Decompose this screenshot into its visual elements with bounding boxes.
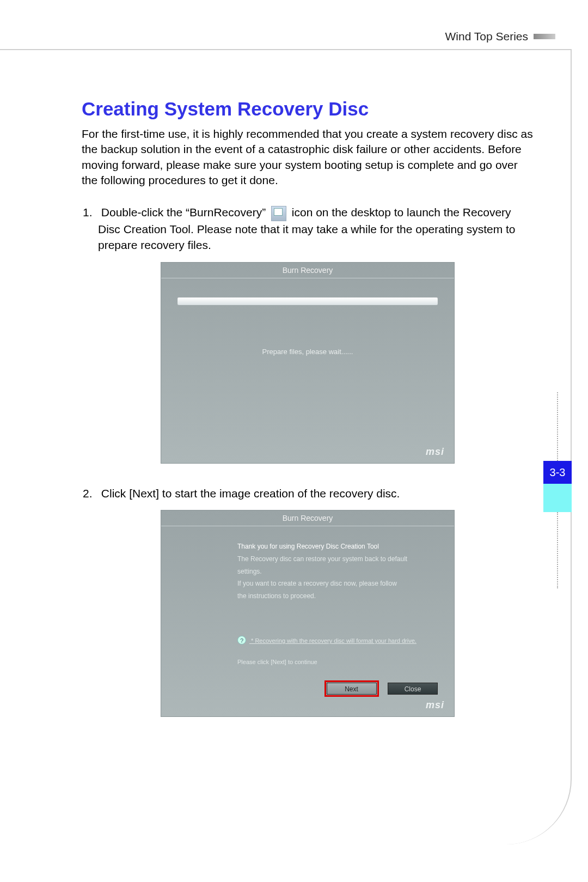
screenshot-2-body: Thank you for using Recovery Disc Creati…	[161, 530, 454, 668]
screenshot-2-line2: The Recovery disc can restore your syste…	[237, 553, 432, 578]
screenshot-2-line1: Thank you for using Recovery Disc Creati…	[237, 540, 432, 553]
screenshot-2-warning-text: * Recovering with the recovery disc will…	[251, 637, 416, 644]
intro-paragraph: For the first-time use, it is highly rec…	[82, 126, 534, 188]
step-1-text-pre: Double-click the “BurnRecovery”	[101, 206, 269, 218]
header-accent-bar	[534, 34, 555, 39]
page-title: Creating System Recovery Disc	[82, 98, 534, 120]
margin-dotted-line-bottom	[557, 512, 558, 588]
margin-dotted-line-top	[557, 392, 558, 461]
screenshot-1-divider	[161, 278, 454, 278]
page-tab-accent	[543, 484, 572, 512]
msi-brand-logo: msi	[426, 446, 444, 458]
screenshot-1-progress-bar	[177, 297, 438, 305]
screenshot-2-divider	[161, 526, 454, 526]
step-2-text: Click [Next] to start the image creation…	[101, 487, 400, 500]
screenshot-1-burn-recovery-preparing: Burn Recovery Prepare files, please wait…	[161, 262, 455, 464]
close-button[interactable]: Close	[388, 683, 438, 695]
burnrecovery-icon	[271, 206, 286, 221]
screenshot-1-progress-area: Prepare files, please wait......	[161, 297, 454, 356]
header-series-label: Wind Top Series	[445, 30, 528, 43]
screenshot-2-line4: the instructions to proceed.	[237, 590, 432, 603]
content-area: Creating System Recovery Disc For the fi…	[82, 98, 534, 739]
screenshot-2-click-next-text: Please click [Next] to continue	[237, 656, 432, 668]
msi-brand-logo: msi	[426, 699, 444, 711]
screenshot-2-line3: If you want to create a recovery disc no…	[237, 577, 432, 590]
page-number-tab: 3-3	[543, 461, 572, 484]
next-button[interactable]: Next	[327, 683, 377, 695]
step-1: 1. Double-click the “BurnRecovery” icon …	[82, 204, 534, 253]
screenshot-2-burn-recovery-welcome: Burn Recovery Thank you for using Recove…	[161, 510, 455, 717]
screenshot-2-warning: ? * Recovering with the recovery disc wi…	[237, 635, 432, 647]
screenshot-2-title: Burn Recovery	[161, 510, 454, 526]
step-2: 2. Click [Next] to start the image creat…	[82, 485, 534, 501]
screenshot-1-title: Burn Recovery	[161, 263, 454, 278]
screenshot-1-prepare-text: Prepare files, please wait......	[161, 348, 454, 356]
help-icon: ?	[237, 636, 246, 644]
screenshot-2-button-row: Next Close	[318, 683, 438, 695]
step-2-number: 2.	[83, 485, 98, 501]
step-1-number: 1.	[83, 204, 98, 220]
